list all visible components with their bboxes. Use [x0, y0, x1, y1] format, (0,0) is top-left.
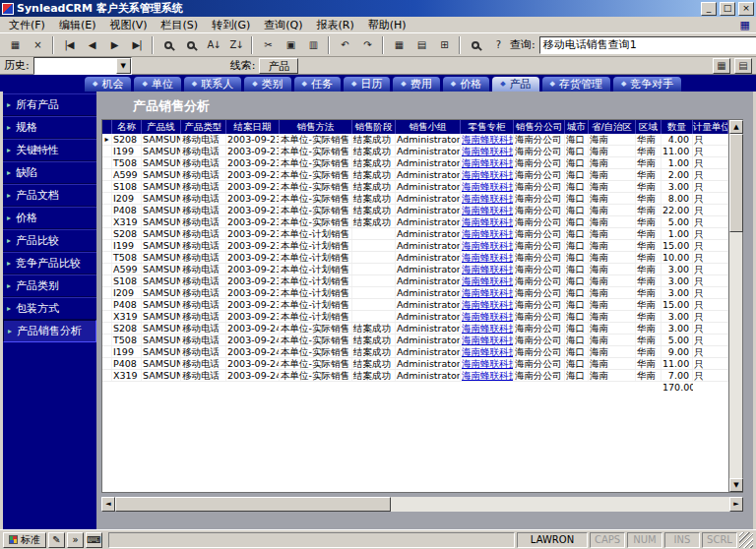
table-row[interactable]: A599SAMSUNG移动电话2003-09-23本单位-实际销售结案成功Adm… [102, 169, 728, 181]
vertical-scrollbar[interactable]: ▲ ▼ [728, 120, 742, 492]
header-cell[interactable]: 销售小组 [396, 120, 461, 134]
vertical-scroll-thumb[interactable] [729, 134, 743, 232]
sidebar-item-specifications[interactable]: ▸规格 [3, 116, 96, 139]
horizontal-scroll-thumb[interactable] [115, 497, 391, 512]
horizontal-scrollbar[interactable]: ◄ ► [101, 497, 743, 512]
minimize-button[interactable]: _ [701, 2, 717, 16]
zoom-button[interactable] [180, 35, 202, 55]
resize-grip[interactable] [739, 532, 753, 548]
retail-store-link[interactable]: 海南蜂联科技 [462, 311, 514, 322]
query-combobox[interactable]: 移动电话销售查询1 ▼ [539, 36, 756, 54]
layout-form-button[interactable]: ▤ [734, 58, 752, 74]
search-button[interactable] [158, 35, 179, 55]
tab-expense[interactable]: ◆费用 [393, 77, 439, 92]
product-context-button[interactable]: 产品 [259, 58, 298, 74]
tab-task[interactable]: ◆任务 [294, 77, 341, 92]
sidebar-item-defects[interactable]: ▸缺陷 [3, 161, 96, 184]
retail-store-link[interactable]: 海南蜂联科技 [462, 193, 514, 204]
delete-record-button[interactable]: × [27, 35, 48, 55]
table-row[interactable]: T508SAMSUNG移动电话2003-09-23本单位-实际销售结案成功Adm… [102, 157, 728, 169]
header-cell[interactable]: 产品线 [142, 120, 181, 134]
table-row[interactable]: S108SAMSUNG移动电话2003-09-23本单位-实际销售结案成功Adm… [102, 181, 728, 193]
header-cell[interactable]: 销售分公司 [514, 120, 565, 134]
tab-inventory[interactable]: ◆存货管理 [542, 77, 610, 92]
table-row[interactable]: A599SAMSUNG移动电话2003-09-23本单位-计划销售Adminis… [102, 264, 728, 275]
cut-button[interactable]: ✂ [257, 35, 279, 55]
tab-competitor[interactable]: ◆竞争对手 [613, 77, 681, 92]
new-record-button[interactable]: ▦ [4, 35, 26, 55]
scroll-up-button[interactable]: ▲ [729, 120, 743, 134]
retail-store-link[interactable]: 海南蜂联科技 [462, 240, 514, 251]
header-cell[interactable]: 零售专柜 [461, 120, 514, 134]
print-button[interactable]: ▤ [410, 35, 432, 55]
header-cell[interactable]: 城市 [565, 120, 589, 134]
preview-button[interactable]: ⊞ [433, 35, 455, 55]
expand-button[interactable]: » [67, 532, 84, 548]
first-record-button[interactable]: |◀ [58, 35, 80, 55]
pen-button[interactable]: ✎ [48, 532, 65, 548]
menu-item-file[interactable]: 文件(F) [2, 17, 52, 33]
header-cell[interactable]: 计量单位 [693, 120, 728, 134]
header-cell[interactable]: 销售方法 [280, 120, 352, 134]
table-row[interactable]: X319SAMSUNG移动电话2003-09-24本单位-实际销售结案成功Adm… [102, 370, 728, 382]
help-button[interactable]: ? [487, 35, 509, 55]
menu-item-report[interactable]: 报表(R) [310, 17, 361, 33]
retail-store-link[interactable]: 海南蜂联科技 [462, 134, 514, 145]
header-cell[interactable]: 名称 [112, 120, 142, 134]
tab-opportunity[interactable]: ◆机会 [85, 77, 131, 92]
grid-view-button[interactable]: ▦ [388, 35, 410, 55]
sidebar-item-price[interactable]: ▸价格 [3, 207, 96, 229]
retail-store-link[interactable]: 海南蜂联科技 [462, 370, 514, 381]
sidebar-item-all-products[interactable]: ▸所有产品 [3, 93, 96, 116]
sidebar-item-product-compare[interactable]: ▸产品比较 [3, 229, 96, 252]
sidebar-item-product-documents[interactable]: ▸产品文档 [3, 184, 96, 207]
history-dropdown-arrow[interactable]: ▼ [116, 58, 131, 74]
retail-store-link[interactable]: 海南蜂联科技 [462, 299, 514, 310]
keyboard-button[interactable]: ⌨ [86, 532, 102, 548]
table-row[interactable]: I209SAMSUNG移动电话2003-09-23本单位-计划销售Adminis… [102, 287, 728, 299]
sidebar-item-competitor-product-compare[interactable]: ▸竞争产品比较 [3, 252, 96, 274]
table-row[interactable]: T508SAMSUNG移动电话2003-09-23本单位-计划销售Adminis… [102, 252, 728, 264]
sidebar-item-product-sales-analysis[interactable]: ▸产品销售分析 [3, 320, 96, 342]
retail-store-link[interactable]: 海南蜂联科技 [462, 157, 514, 168]
sidebar-item-product-category[interactable]: ▸产品类别 [3, 274, 96, 297]
retail-store-link[interactable]: 海南蜂联科技 [462, 287, 514, 298]
retail-store-link[interactable]: 海南蜂联科技 [462, 146, 514, 156]
retail-store-link[interactable]: 海南蜂联科技 [462, 264, 514, 274]
table-row[interactable]: I209SAMSUNG移动电话2003-09-23本单位-实际销售结案成功Adm… [102, 193, 728, 205]
table-row[interactable]: P408SAMSUNG移动电话2003-09-24本单位-实际销售结案成功Adm… [102, 358, 728, 370]
table-row[interactable]: P408SAMSUNG移动电话2003-09-23本单位-计划销售Adminis… [102, 299, 728, 311]
table-row[interactable]: P408SAMSUNG移动电话2003-09-23本单位-实际销售结案成功Adm… [102, 205, 728, 216]
retail-store-link[interactable]: 海南蜂联科技 [462, 252, 514, 263]
retail-store-link[interactable]: 海南蜂联科技 [462, 358, 514, 369]
tab-unit[interactable]: ◆单位 [134, 77, 180, 92]
menu-item-columns[interactable]: 栏目(S) [155, 17, 206, 33]
table-row[interactable]: X319SAMSUNG移动电话2003-09-23本单位-实际销售结案成功Adm… [102, 216, 728, 228]
menu-item-goto[interactable]: 转到(G) [205, 17, 257, 33]
tab-contact[interactable]: ◆联系人 [184, 77, 241, 92]
header-cell[interactable]: 区域 [636, 120, 662, 134]
sort-descending-button[interactable]: Z↓ [225, 35, 247, 55]
prev-record-button[interactable]: ◀ [81, 35, 102, 55]
copy-button[interactable]: ▣ [280, 35, 301, 55]
style-button[interactable]: 标准 [3, 532, 46, 548]
tab-price[interactable]: ◆价格 [443, 77, 489, 92]
table-row[interactable]: I199SAMSUNG移动电话2003-09-23本单位-计划销售Adminis… [102, 240, 728, 252]
next-record-button[interactable]: ▶ [103, 35, 125, 55]
table-row[interactable]: S108SAMSUNG移动电话2003-09-23本单位-计划销售Adminis… [102, 275, 728, 287]
table-row[interactable]: X319SAMSUNG移动电话2003-09-23本单位-计划销售Adminis… [102, 311, 728, 323]
sidebar-item-key-features[interactable]: ▸关键特性 [3, 139, 96, 161]
scroll-down-button[interactable]: ▼ [729, 478, 743, 492]
table-row[interactable]: S208SAMSUNG移动电话2003-09-23本单位-计划销售Adminis… [102, 228, 728, 240]
table-row[interactable]: T508SAMSUNG移动电话2003-09-24本单位-实际销售结案成功Adm… [102, 335, 728, 346]
history-combobox[interactable]: ▼ [33, 57, 132, 75]
menu-item-edit[interactable]: 编辑(E) [52, 17, 103, 33]
undo-button[interactable]: ↶ [334, 35, 355, 55]
menu-item-query[interactable]: 查询(Q) [257, 17, 309, 33]
table-row[interactable]: I199SAMSUNG移动电话2003-09-23本单位-实际销售结案成功Adm… [102, 146, 728, 157]
window-menu-icon[interactable]: ▦ [740, 19, 754, 31]
tab-calendar[interactable]: ◆日历 [344, 77, 390, 92]
menu-item-help[interactable]: 帮助(H) [361, 17, 413, 33]
table-row[interactable]: S208SAMSUNG移动电话2003-09-24本单位-实际销售结案成功Adm… [102, 323, 728, 335]
layout-grid-button[interactable]: ▦ [713, 58, 730, 74]
